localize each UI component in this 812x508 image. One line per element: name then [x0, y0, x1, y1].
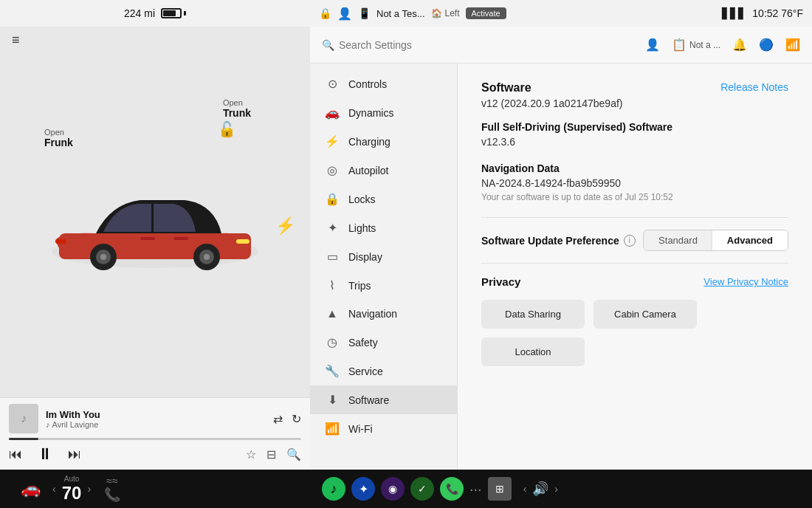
settings-body: ⊙ Controls 🚗 Dynamics ⚡ Charging ◎ Autop… — [310, 64, 812, 470]
fsd-title: Full Self-Driving (Supervised) Software — [481, 121, 788, 133]
speed-value: 70 — [59, 483, 85, 504]
nav-item-navigation[interactable]: ▲ Navigation — [310, 300, 457, 328]
nav-item-service[interactable]: 🔧 Service — [310, 357, 457, 385]
svg-rect-9 — [55, 239, 66, 244]
profile-icon[interactable]: 👤 — [645, 38, 660, 52]
nav-item-wifi[interactable]: 📶 Wi-Fi — [310, 414, 457, 443]
progress-fill — [9, 438, 38, 440]
wifi-icon: 📶 — [325, 422, 340, 436]
bluetooth-app-icon[interactable]: ✦ — [351, 477, 375, 501]
bluetooth-header-icon[interactable]: 🔵 — [759, 38, 774, 52]
clipboard-icon: 📋 — [672, 38, 687, 52]
repeat-icon[interactable]: ↻ — [292, 412, 301, 426]
nav-list: ⊙ Controls 🚗 Dynamics ⚡ Charging ◎ Autop… — [310, 64, 458, 470]
bb-car-icon[interactable]: 🚗 — [12, 479, 49, 498]
nav-item-autopilot[interactable]: ◎ Autopilot — [310, 156, 457, 185]
favorite-icon[interactable]: ☆ — [246, 447, 256, 461]
trunk-label[interactable]: Open Trunk — [223, 98, 251, 119]
music-action-icons: ⇄ ↻ — [273, 412, 301, 426]
lock-indicator-icon: 🔓 — [218, 120, 236, 138]
profile-short-name: Not a ... — [689, 40, 720, 50]
advanced-toggle[interactable]: Advanced — [712, 230, 788, 250]
update-toggle-group: Standard Advanced — [643, 230, 788, 251]
header-icons: 👤 📋 Not a ... 🔔 🔵 📶 — [645, 38, 800, 52]
more-apps-icon[interactable]: ··· — [469, 481, 482, 498]
settings-header: 🔍 👤 📋 Not a ... 🔔 🔵 📶 — [310, 27, 812, 64]
update-pref-label: Software Update Preference — [481, 235, 619, 247]
bb-chevron-left[interactable]: ‹ — [49, 483, 59, 495]
divider-2 — [481, 263, 788, 264]
shuffle-icon[interactable]: ⇄ — [273, 412, 283, 426]
nav-item-safety[interactable]: ◷ Safety — [310, 328, 457, 357]
safety-icon: ◷ — [325, 335, 340, 349]
update-pref-row: Software Update Preference i Standard Ad… — [481, 230, 788, 251]
svg-rect-8 — [236, 239, 250, 244]
calls-app-icon[interactable]: 📞 — [440, 477, 464, 501]
equalizer-icon[interactable]: ⊟ — [266, 447, 276, 461]
nav-data-title: Navigation Data — [481, 162, 788, 174]
svg-rect-10 — [140, 237, 155, 240]
pause-button[interactable]: ⏸ — [37, 444, 53, 464]
info-button[interactable]: i — [624, 235, 636, 247]
nav-item-charging[interactable]: ⚡ Charging — [310, 127, 457, 156]
top-bar-right: 🔒 👤 📱 Not a Tes... 🏠 Left Activate ▋▋▋ 1… — [310, 7, 812, 21]
search-music-icon[interactable]: 🔍 — [286, 447, 301, 461]
bb-volume-icon[interactable]: 🔊 — [532, 481, 548, 497]
bb-right-controls: ‹ 🔊 › — [512, 481, 558, 497]
range-display: 224 mi — [124, 7, 155, 19]
locks-icon: 🔒 — [325, 192, 340, 206]
search-area: 🔍 — [322, 39, 636, 51]
nav-item-trips[interactable]: ⌇ Trips — [310, 271, 457, 300]
phone-button[interactable]: ≈≈ 📞 — [94, 475, 131, 503]
music-thumbnail: ♪ — [9, 404, 38, 433]
release-notes-link[interactable]: Release Notes — [720, 81, 788, 93]
view-privacy-link[interactable]: View Privacy Notice — [703, 276, 788, 287]
controls-icon: ⊙ — [325, 77, 340, 91]
grid-app-icon[interactable]: ⊞ — [488, 477, 512, 501]
bb-vol-up[interactable]: › — [554, 483, 558, 495]
frunk-label[interactable]: Open Frunk — [44, 128, 73, 148]
data-sharing-button[interactable]: Data Sharing — [481, 300, 585, 329]
nav-item-dynamics[interactable]: 🚗 Dynamics — [310, 98, 457, 127]
cabin-camera-button[interactable]: Cabin Camera — [593, 300, 697, 329]
trips-icon: ⌇ — [325, 278, 340, 292]
music-metadata: Im With You ♪ Avril Lavigne — [46, 409, 266, 429]
bottom-left-controls: 🚗 ‹ Auto 70 › ≈≈ 📞 — [12, 475, 322, 504]
search-input[interactable] — [339, 39, 636, 51]
activate-button[interactable]: Activate — [466, 7, 506, 19]
wifi-bars-icon: ▋▋▋ — [722, 7, 746, 19]
service-icon: 🔧 — [325, 364, 340, 378]
spotify-app-icon[interactable]: ♪ — [322, 477, 345, 501]
privacy-buttons-group: Data Sharing Cabin Camera Location — [481, 300, 788, 366]
nav-data-block: Navigation Data NA-2024.8-14924-fba9b599… — [481, 162, 788, 202]
top-status-bar: 224 mi 🔒 👤 📱 Not a Tes... 🏠 Left Activat… — [0, 0, 812, 27]
nav-item-software[interactable]: ⬇ Software — [310, 385, 457, 414]
nav-item-lights[interactable]: ✦ Lights — [310, 213, 457, 242]
camera-app-icon[interactable]: ◉ — [381, 477, 405, 501]
nav-item-controls[interactable]: ⊙ Controls — [310, 69, 457, 98]
progress-bar[interactable] — [9, 438, 301, 440]
svg-rect-11 — [173, 237, 188, 240]
side-label: Left — [445, 8, 460, 18]
next-button[interactable]: ⏭ — [68, 447, 81, 462]
charging-icon: ⚡ — [325, 134, 340, 148]
home-icon-area: 🏠 Left — [431, 8, 460, 18]
notifications-icon[interactable]: 🔔 — [732, 38, 747, 52]
hamburger-icon[interactable]: ≡ — [12, 32, 20, 48]
location-button[interactable]: Location — [481, 337, 585, 366]
nav-item-display[interactable]: ▭ Display — [310, 242, 457, 271]
nav-data-value: NA-2024.8-14924-fba9b59950 — [481, 177, 788, 189]
tasks-app-icon[interactable]: ✓ — [410, 477, 434, 501]
nav-item-locks[interactable]: 🔒 Locks — [310, 185, 457, 213]
music-note-icon: ♪ — [46, 420, 50, 429]
standard-toggle[interactable]: Standard — [644, 230, 712, 250]
lights-icon: ✦ — [325, 221, 340, 235]
music-player: ♪ Im With You ♪ Avril Lavigne ⇄ ↻ — [0, 397, 310, 470]
lock-status-icon: 🔒 — [319, 7, 331, 19]
prev-button[interactable]: ⏮ — [9, 447, 22, 462]
wifi-header-icon[interactable]: 📶 — [785, 38, 800, 52]
bb-vol-down[interactable]: ‹ — [523, 483, 527, 495]
top-bar-left: 224 mi — [0, 7, 310, 19]
bb-chevron-right[interactable]: › — [84, 483, 94, 495]
software-version: v12 (2024.20.9 1a02147be9af) — [481, 97, 623, 109]
